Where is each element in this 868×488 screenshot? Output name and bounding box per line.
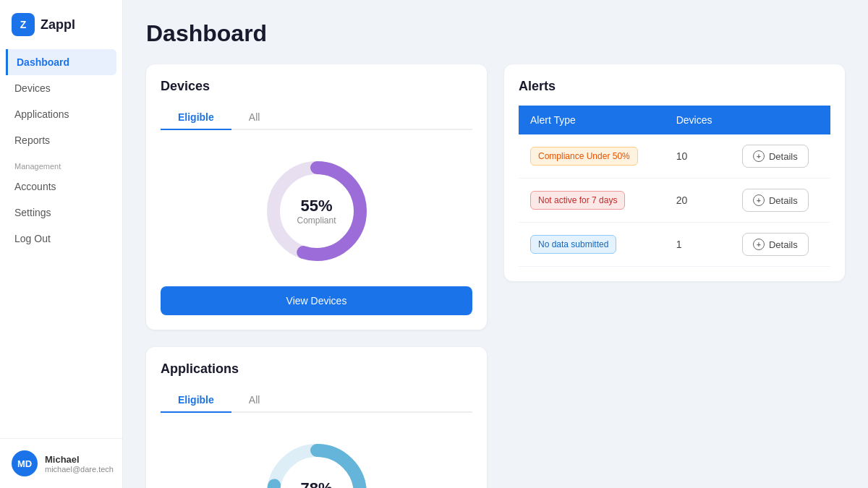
plus-icon-1: + [753,150,765,162]
alert-action-1: + Details [731,134,830,179]
view-devices-button[interactable]: View Devices [161,286,472,315]
applications-card: Applications Eligible All 78% [146,347,487,488]
alerts-table: Alert Type Devices Compliance Under 50% … [519,106,830,267]
alert-tag-inactive: Not active for 7 days [530,191,625,210]
alerts-col-devices: Devices [665,106,731,134]
sidebar-item-devices[interactable]: Devices [6,75,116,101]
details-button-3[interactable]: + Details [742,233,809,256]
sidebar-item-applications[interactable]: Applications [6,101,116,127]
alerts-header: Alert Type Devices [519,106,830,134]
alert-devices-1: 10 [665,134,731,179]
right-column: Alerts Alert Type Devices Compliance Und… [504,64,845,488]
alerts-body: Compliance Under 50% 10 + Details [519,134,830,267]
main-content: Dashboard Devices Eligible All [123,0,868,488]
plus-icon-3: + [753,239,765,250]
user-profile: MD Michael michael@dare.tech [0,438,122,488]
page-title: Dashboard [146,20,845,47]
details-button-1[interactable]: + Details [742,145,809,168]
devices-tabs: Eligible All [161,106,472,130]
logo-area: Z Zappl [0,0,122,49]
sidebar: Z Zappl Dashboard Devices Applications R… [0,0,123,488]
applications-donut-center: 78% Compliant [297,479,336,488]
applications-percent: 78% [297,479,336,488]
devices-card: Devices Eligible All 55% [146,64,487,330]
applications-donut: 78% Compliant [259,436,375,488]
content-grid: Devices Eligible All 55% [146,64,845,488]
devices-title: Devices [161,79,472,94]
alert-tag-nodata: No data submitted [530,235,616,254]
applications-tab-all[interactable]: All [231,388,278,413]
alert-type-2: Not active for 7 days [519,179,665,223]
plus-icon-2: + [753,194,765,206]
applications-tab-eligible[interactable]: Eligible [161,388,231,413]
alert-action-3: + Details [731,223,830,267]
user-email: michael@dare.tech [45,465,114,474]
user-info: Michael michael@dare.tech [45,454,114,474]
alert-devices-2: 20 [665,179,731,223]
devices-percent: 55% [297,197,336,215]
sidebar-nav: Dashboard Devices Applications Reports M… [0,49,122,438]
devices-tab-all[interactable]: All [231,106,278,130]
sidebar-item-dashboard[interactable]: Dashboard [6,49,116,75]
avatar: MD [12,450,38,476]
alert-type-3: No data submitted [519,223,665,267]
alert-devices-3: 1 [665,223,731,267]
alerts-col-type: Alert Type [519,106,665,134]
devices-tab-eligible[interactable]: Eligible [161,106,231,130]
sidebar-item-reports[interactable]: Reports [6,127,116,153]
table-row: No data submitted 1 + Details [519,223,830,267]
devices-compliant-label: Compliant [297,215,336,226]
devices-chart: 55% Compliant [161,142,472,281]
alerts-card: Alerts Alert Type Devices Compliance Und… [504,64,845,281]
alert-action-2: + Details [731,179,830,223]
sidebar-item-settings[interactable]: Settings [6,200,116,226]
left-column: Devices Eligible All 55% [146,64,487,488]
devices-donut: 55% Compliant [259,153,375,269]
alerts-col-action [731,106,830,134]
logo-text: Zappl [41,17,75,33]
applications-title: Applications [161,361,472,377]
management-label: Management [6,153,116,174]
table-row: Compliance Under 50% 10 + Details [519,134,830,179]
logo-icon: Z [12,13,35,36]
details-button-2[interactable]: + Details [742,189,809,212]
devices-donut-center: 55% Compliant [297,197,336,226]
user-name: Michael [45,454,114,465]
alert-tag-compliance: Compliance Under 50% [530,147,638,166]
alerts-title: Alerts [519,79,830,94]
sidebar-item-accounts[interactable]: Accounts [6,174,116,200]
alert-type-1: Compliance Under 50% [519,134,665,179]
applications-tabs: Eligible All [161,388,472,413]
table-row: Not active for 7 days 20 + Details [519,179,830,223]
sidebar-item-logout[interactable]: Log Out [6,226,116,252]
applications-chart: 78% Compliant [161,424,472,488]
